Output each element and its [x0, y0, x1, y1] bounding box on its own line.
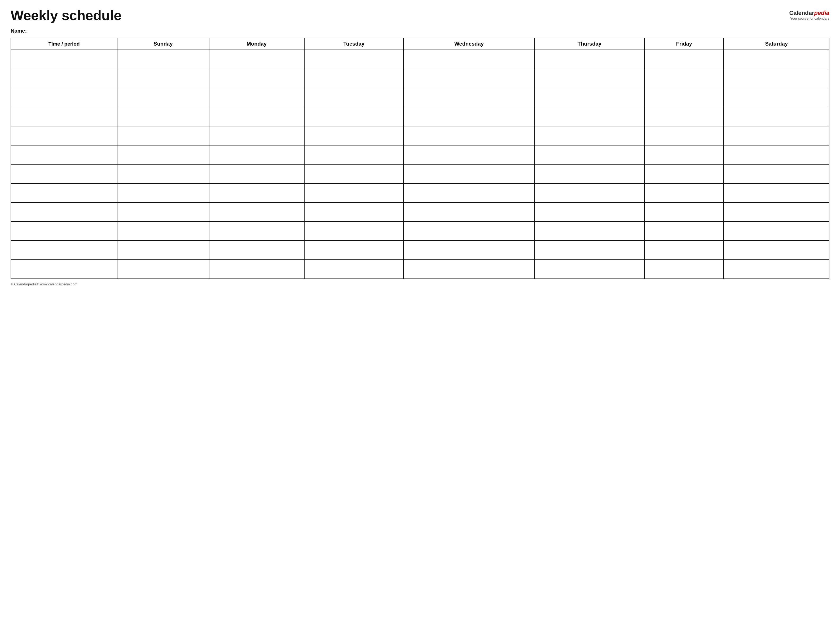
table-cell[interactable]	[535, 145, 645, 164]
table-cell[interactable]	[535, 126, 645, 145]
table-cell[interactable]	[209, 126, 304, 145]
table-cell[interactable]	[644, 222, 724, 241]
table-cell[interactable]	[724, 164, 829, 184]
table-cell[interactable]	[117, 126, 209, 145]
logo-subtitle: Your source for calendars	[790, 16, 829, 20]
table-cell[interactable]	[403, 241, 534, 260]
table-cell[interactable]	[304, 145, 404, 164]
table-cell[interactable]	[304, 126, 404, 145]
table-cell[interactable]	[644, 164, 724, 184]
table-cell[interactable]	[724, 203, 829, 222]
table-cell[interactable]	[724, 260, 829, 279]
table-cell[interactable]	[403, 203, 534, 222]
table-cell[interactable]	[304, 69, 404, 88]
table-cell[interactable]	[535, 260, 645, 279]
table-cell[interactable]	[117, 164, 209, 184]
table-cell[interactable]	[117, 260, 209, 279]
table-cell[interactable]	[117, 107, 209, 126]
table-cell[interactable]	[117, 145, 209, 164]
table-cell[interactable]	[644, 260, 724, 279]
table-cell[interactable]	[304, 107, 404, 126]
table-cell[interactable]	[724, 126, 829, 145]
table-cell[interactable]	[11, 222, 117, 241]
table-cell[interactable]	[724, 145, 829, 164]
table-cell[interactable]	[209, 184, 304, 203]
table-cell[interactable]	[724, 88, 829, 107]
col-tuesday: Tuesday	[304, 38, 404, 50]
table-cell[interactable]	[644, 241, 724, 260]
table-cell[interactable]	[644, 107, 724, 126]
table-cell[interactable]	[117, 241, 209, 260]
table-cell[interactable]	[304, 260, 404, 279]
table-cell[interactable]	[117, 222, 209, 241]
table-cell[interactable]	[304, 88, 404, 107]
table-cell[interactable]	[644, 50, 724, 69]
table-cell[interactable]	[403, 145, 534, 164]
table-cell[interactable]	[11, 50, 117, 69]
table-cell[interactable]	[724, 69, 829, 88]
table-cell[interactable]	[535, 241, 645, 260]
table-cell[interactable]	[535, 222, 645, 241]
table-cell[interactable]	[209, 203, 304, 222]
table-cell[interactable]	[117, 184, 209, 203]
table-cell[interactable]	[724, 241, 829, 260]
table-cell[interactable]	[535, 203, 645, 222]
table-cell[interactable]	[209, 260, 304, 279]
table-cell[interactable]	[535, 164, 645, 184]
table-cell[interactable]	[403, 107, 534, 126]
table-cell[interactable]	[403, 50, 534, 69]
table-cell[interactable]	[209, 164, 304, 184]
col-monday: Monday	[209, 38, 304, 50]
table-cell[interactable]	[209, 145, 304, 164]
table-cell[interactable]	[209, 241, 304, 260]
table-cell[interactable]	[535, 50, 645, 69]
table-cell[interactable]	[11, 164, 117, 184]
table-cell[interactable]	[304, 164, 404, 184]
table-cell[interactable]	[11, 69, 117, 88]
table-cell[interactable]	[304, 203, 404, 222]
table-cell[interactable]	[117, 50, 209, 69]
table-cell[interactable]	[535, 69, 645, 88]
table-cell[interactable]	[209, 50, 304, 69]
table-cell[interactable]	[11, 184, 117, 203]
table-cell[interactable]	[11, 126, 117, 145]
table-cell[interactable]	[209, 88, 304, 107]
table-cell[interactable]	[403, 69, 534, 88]
table-cell[interactable]	[724, 222, 829, 241]
table-cell[interactable]	[11, 260, 117, 279]
table-cell[interactable]	[535, 184, 645, 203]
table-cell[interactable]	[11, 88, 117, 107]
table-cell[interactable]	[11, 145, 117, 164]
table-cell[interactable]	[724, 107, 829, 126]
table-cell[interactable]	[11, 203, 117, 222]
table-cell[interactable]	[644, 145, 724, 164]
table-cell[interactable]	[304, 184, 404, 203]
table-cell[interactable]	[644, 69, 724, 88]
table-cell[interactable]	[304, 222, 404, 241]
table-cell[interactable]	[209, 222, 304, 241]
table-cell[interactable]	[117, 203, 209, 222]
table-cell[interactable]	[403, 184, 534, 203]
table-cell[interactable]	[724, 50, 829, 69]
table-cell[interactable]	[403, 260, 534, 279]
page-header: Weekly schedule Calendarpedia Your sourc…	[11, 8, 829, 23]
table-cell[interactable]	[11, 241, 117, 260]
table-cell[interactable]	[304, 50, 404, 69]
table-cell[interactable]	[403, 126, 534, 145]
table-cell[interactable]	[403, 164, 534, 184]
table-cell[interactable]	[403, 222, 534, 241]
table-cell[interactable]	[644, 203, 724, 222]
table-cell[interactable]	[209, 69, 304, 88]
table-cell[interactable]	[11, 107, 117, 126]
table-cell[interactable]	[117, 88, 209, 107]
table-cell[interactable]	[535, 107, 645, 126]
table-cell[interactable]	[403, 88, 534, 107]
table-cell[interactable]	[644, 88, 724, 107]
table-cell[interactable]	[117, 69, 209, 88]
table-cell[interactable]	[535, 88, 645, 107]
table-cell[interactable]	[644, 126, 724, 145]
table-cell[interactable]	[304, 241, 404, 260]
table-cell[interactable]	[644, 184, 724, 203]
table-cell[interactable]	[724, 184, 829, 203]
table-cell[interactable]	[209, 107, 304, 126]
